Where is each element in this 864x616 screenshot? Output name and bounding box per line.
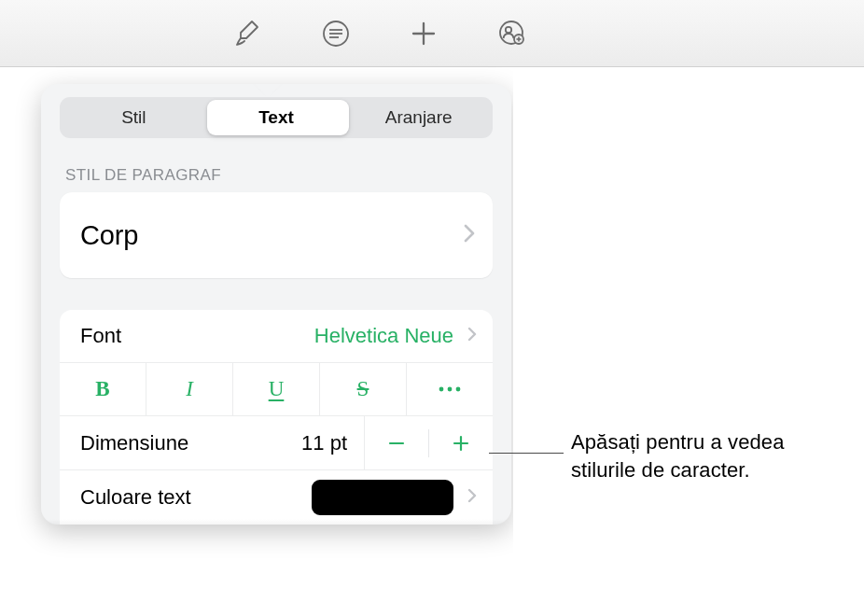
callout-leader — [489, 453, 564, 454]
tab-aranjare[interactable]: Aranjare — [347, 100, 490, 135]
font-row[interactable]: Font Helvetica Neue — [60, 310, 493, 362]
size-label: Dimensiune — [80, 431, 188, 455]
tab-text[interactable]: Text — [205, 100, 348, 135]
strikethrough-button[interactable]: S — [320, 363, 407, 415]
chevron-right-icon — [467, 326, 478, 346]
underline-button[interactable]: U — [233, 363, 320, 415]
paragraph-style-name: Corp — [80, 220, 463, 251]
size-value: 11 pt — [301, 431, 347, 455]
tab-stil[interactable]: Stil — [63, 100, 205, 135]
add-icon[interactable] — [407, 17, 440, 50]
svg-point-12 — [448, 387, 453, 392]
text-color-label: Culoare text — [80, 485, 312, 510]
text-options-icon[interactable] — [319, 17, 353, 50]
callout-line-2: stilurile de caracter. — [571, 456, 784, 484]
format-tabs: Stil Text Aranjare — [60, 97, 493, 138]
app-toolbar — [0, 0, 864, 67]
callout-text: Apăsați pentru a vedea stilurile de cara… — [571, 428, 784, 483]
format-panel: Stil Text Aranjare STIL DE PARAGRAF Corp… — [41, 84, 511, 525]
size-row: Dimensiune 11 pt — [60, 416, 493, 470]
font-value: Helvetica Neue — [314, 324, 453, 348]
more-styles-button[interactable] — [407, 363, 493, 415]
chevron-right-icon — [467, 487, 478, 508]
svg-point-7 — [506, 26, 511, 32]
svg-point-13 — [456, 387, 461, 392]
size-increase-button[interactable] — [429, 416, 493, 469]
callout-line-1: Apăsați pentru a vedea — [571, 428, 784, 456]
font-label: Font — [80, 324, 121, 348]
svg-point-11 — [439, 387, 444, 392]
format-brush-icon[interactable] — [231, 17, 265, 50]
italic-button[interactable]: I — [146, 363, 233, 415]
paragraph-style-row[interactable]: Corp — [60, 192, 493, 278]
chevron-right-icon — [463, 223, 476, 247]
size-stepper — [364, 416, 493, 469]
text-color-swatch[interactable] — [312, 480, 453, 515]
text-color-row[interactable]: Culoare text — [60, 470, 493, 525]
paragraph-style-heading: STIL DE PARAGRAF — [41, 144, 511, 192]
size-decrease-button[interactable] — [365, 416, 428, 469]
bold-button[interactable]: B — [60, 363, 146, 415]
text-style-buttons: B I U S — [60, 362, 493, 416]
collaborate-icon[interactable] — [495, 17, 528, 50]
